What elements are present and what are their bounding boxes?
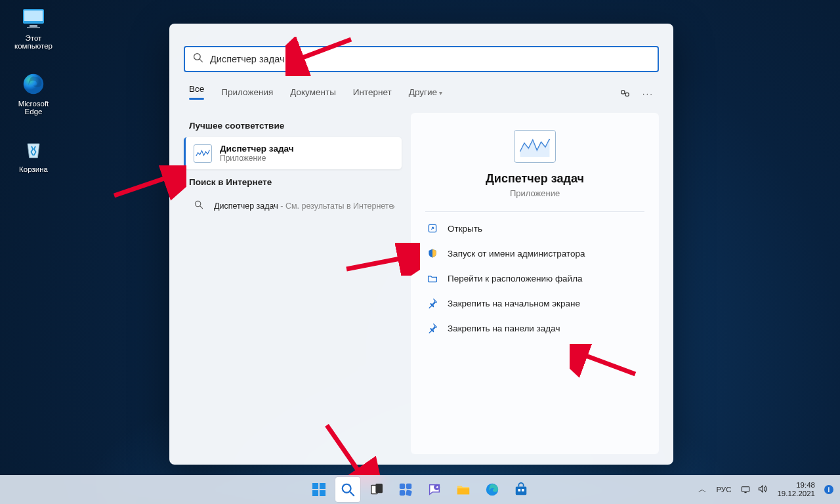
edge-icon [20,71,47,97]
svg-rect-3 [27,27,40,28]
details-column: Диспетчер задач Приложение Открыть Запус… [411,113,659,454]
task-manager-icon [514,130,556,163]
svg-point-8 [625,93,629,96]
action-label: Закрепить на начальном экране [448,299,580,308]
chat-button[interactable] [422,477,447,502]
divider [425,211,644,212]
desktop-icon-this-pc[interactable]: Этот компьютер [8,5,59,50]
svg-point-24 [343,484,351,493]
task-view-button[interactable] [364,477,389,502]
svg-rect-23 [320,490,326,496]
svg-point-11 [195,201,200,206]
desktop: Этот компьютер Microsoft Edge Корзина Вс… [0,0,840,504]
search-input[interactable] [210,54,650,64]
widgets-button[interactable] [393,477,418,502]
action-label: Открыть [448,224,482,234]
svg-line-9 [624,93,626,94]
svg-rect-30 [400,490,405,495]
search-panel: Все Приложения Документы Интернет Другие… [169,24,673,465]
internet-search-label: Поиск в Интернете [189,177,396,187]
svg-line-6 [200,59,202,62]
tab-apps[interactable]: Приложения [221,87,273,104]
svg-rect-37 [522,489,524,492]
svg-rect-29 [406,484,411,489]
best-match-result[interactable]: Диспетчер задач Приложение [184,137,402,169]
recycle-bin-icon [20,136,47,163]
svg-rect-31 [406,490,412,496]
svg-rect-20 [312,483,318,489]
search-tabs: Все Приложения Документы Интернет Другие… [189,84,654,106]
open-icon [427,222,438,234]
pin-icon [427,322,438,334]
svg-rect-27 [376,484,382,493]
search-icon [193,52,203,66]
action-pin-to-start[interactable]: Закрепить на начальном экране [423,291,647,316]
action-open[interactable]: Открыть [423,216,647,241]
svg-rect-38 [742,487,749,492]
svg-rect-21 [320,483,326,489]
svg-rect-1 [24,10,43,21]
taskbar-right: ︿ РУС 19:48 19.12.2021 i [698,481,833,498]
start-button[interactable] [306,477,331,502]
more-icon[interactable]: ··· [642,89,654,102]
svg-point-5 [194,54,201,60]
file-explorer-button[interactable] [451,477,476,502]
details-title: Диспетчер задач [423,172,647,186]
internet-search-result[interactable]: Диспетчер задач - См. результаты в Интер… [186,194,399,219]
tab-web[interactable]: Интернет [353,87,392,104]
clock-date: 19.12.2021 [777,490,815,498]
tab-more[interactable]: Другие▾ [409,87,442,104]
clock[interactable]: 19:48 19.12.2021 [777,481,815,498]
search-box[interactable] [184,46,659,72]
clock-time: 19:48 [777,481,815,490]
action-label: Закрепить на панели задач [448,324,560,333]
svg-line-25 [350,492,354,496]
pin-icon [427,297,438,309]
tray-chevron-icon[interactable]: ︿ [698,484,707,495]
desktop-icon-edge[interactable]: Microsoft Edge [8,71,59,116]
tab-documents[interactable]: Документы [290,87,336,104]
svg-rect-28 [400,484,405,489]
accounts-icon[interactable] [619,89,631,102]
svg-rect-35 [516,486,527,495]
chevron-right-icon: › [392,201,395,211]
result-title: Диспетчер задач [220,144,293,154]
search-button[interactable] [335,477,360,502]
this-pc-icon [20,5,47,32]
result-subtitle: Приложение [220,154,293,163]
results-column: Лучшее соответствие Диспетчер задач Прил… [184,113,402,454]
taskbar: ︿ РУС 19:48 19.12.2021 i [0,475,840,504]
internet-result-text: Диспетчер задач - См. результаты в Интер… [214,201,393,212]
action-run-as-admin[interactable]: Запуск от имени администратора [423,241,647,266]
action-label: Запуск от имени администратора [448,249,585,259]
shield-icon [427,247,438,259]
search-icon [192,200,206,212]
svg-rect-36 [518,489,520,492]
svg-rect-2 [30,25,37,27]
svg-line-12 [200,206,203,209]
volume-icon[interactable] [757,484,768,495]
tab-all[interactable]: Все [189,84,204,106]
desktop-icon-recycle-bin[interactable]: Корзина [8,136,59,173]
desktop-icon-label: Этот компьютер [8,34,59,50]
action-label: Перейти к расположению файла [448,274,583,284]
action-open-file-location[interactable]: Перейти к расположению файла [423,266,647,291]
desktop-icon-label: Microsoft Edge [8,100,59,116]
taskbar-center [306,477,534,502]
svg-line-16 [114,176,172,196]
details-subtitle: Приложение [423,188,647,198]
store-button[interactable] [509,477,534,502]
chevron-down-icon: ▾ [439,89,442,96]
best-match-label: Лучшее соответствие [189,121,396,131]
network-icon[interactable] [740,484,751,495]
task-manager-icon [194,144,212,163]
edge-button[interactable] [480,477,505,502]
svg-rect-22 [312,490,318,496]
svg-rect-33 [457,488,469,494]
folder-icon [427,272,438,284]
desktop-icon-label: Корзина [8,165,59,173]
notifications-badge[interactable]: i [824,485,833,494]
language-indicator[interactable]: РУС [716,486,731,494]
action-pin-to-taskbar[interactable]: Закрепить на панели задач [423,316,647,341]
